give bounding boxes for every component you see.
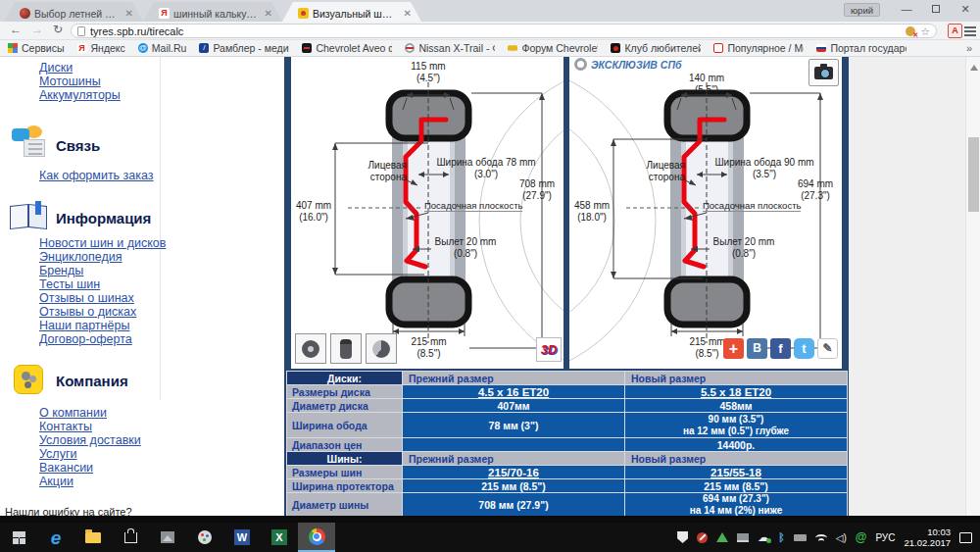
bookmark-rambler[interactable]: /Рамблер - медийный xyxy=(199,42,289,54)
url-text[interactable]: tyres.spb.ru/tirecalc xyxy=(90,25,901,37)
sidebar-item-contacts[interactable]: Контакты xyxy=(39,420,92,433)
scrollbar[interactable] xyxy=(965,57,980,516)
vk-icon[interactable]: В xyxy=(747,338,767,359)
scroll-up-icon[interactable] xyxy=(970,61,978,71)
taskbar-excel[interactable]: X xyxy=(261,523,298,552)
sidebar-item-encyclopedia[interactable]: Энциклопедия xyxy=(39,250,122,264)
sidebar-item-vacancies[interactable]: Вакансии xyxy=(39,461,93,475)
bookmark-nissan-club[interactable]: Клуб любителей Niss xyxy=(611,42,701,54)
wheel-diagram-old: 115 mm(4.5") 407 mm(16.0") 708 mm(27.9")… xyxy=(291,57,564,369)
bookmark-gosuslugi[interactable]: Портал государствен xyxy=(816,42,906,54)
old-disk-size-link[interactable]: 4.5 x 16 ET20 xyxy=(403,385,625,399)
forward-icon[interactable]: → xyxy=(31,23,43,36)
bookmark-chevrolet-forum[interactable]: Форум Chevrolet Ave xyxy=(508,42,598,54)
refresh-icon[interactable]: ↻ xyxy=(53,23,63,36)
taskbar-word[interactable]: W xyxy=(223,523,261,552)
bookmark-yandex[interactable]: ЯЯндекс xyxy=(77,42,125,54)
excel-icon: X xyxy=(271,529,287,545)
sidebar-item-tire-reviews[interactable]: Отзывы о шинах xyxy=(39,291,134,305)
url-box[interactable]: tyres.spb.ru/tirecalc ☆ xyxy=(71,24,937,38)
new-tire-size-link[interactable]: 215/55-18 xyxy=(625,466,848,479)
restore-button[interactable] xyxy=(921,0,951,20)
taskbar-paint[interactable] xyxy=(186,523,223,552)
sidebar-item-how-to-order[interactable]: Как оформить заказ xyxy=(39,169,154,182)
back-icon[interactable]: ← xyxy=(10,23,22,36)
start-button[interactable] xyxy=(0,523,37,552)
taskbar-store[interactable] xyxy=(112,523,149,552)
sidebar-item-akkumulyatory[interactable]: Аккумуляторы xyxy=(39,88,121,102)
view-front-button[interactable] xyxy=(330,333,362,364)
old-tire-size-link[interactable]: 215/70-16 xyxy=(403,466,625,479)
bookmark-popular[interactable]: Популярное / Моско xyxy=(713,42,804,54)
taskbar-chrome-active[interactable] xyxy=(298,523,335,552)
sidebar-item-brands[interactable]: Бренды xyxy=(39,264,83,277)
write-icon[interactable]: ✎ xyxy=(817,338,838,359)
new-disk-size-link[interactable]: 5.5 x 18 ET20 xyxy=(625,385,848,399)
bookmark-mailru[interactable]: @Mail.Ru xyxy=(138,42,187,54)
report-error-link[interactable]: Нашли ошибку на сайте? xyxy=(5,506,132,516)
sidebar-item-diski[interactable]: Диски xyxy=(39,61,73,75)
tab-1[interactable]: Выбор летней резины Т ✕ xyxy=(4,2,143,22)
defender-icon[interactable] xyxy=(677,531,688,543)
adobe-extension-icon[interactable]: A xyxy=(948,24,962,38)
menu-icon[interactable] xyxy=(964,26,976,28)
sidebar-item-news[interactable]: Новости шин и дисков xyxy=(39,236,166,250)
taskbar-photos[interactable] xyxy=(149,523,186,552)
bookmark-nissan-xtrail[interactable]: Nissan X-Trail - Фору xyxy=(405,42,495,54)
tab-3-active[interactable]: Визуальный шинный кал ✕ xyxy=(282,2,421,22)
sidebar-item-services[interactable]: Услуги xyxy=(39,447,76,461)
close-button[interactable]: ✕ xyxy=(951,0,980,20)
language-indicator[interactable]: РУС xyxy=(875,532,895,543)
sidebar-item-tire-tests[interactable]: Тесты шин xyxy=(39,277,100,291)
twitter-icon[interactable]: t xyxy=(794,338,814,359)
display-icon[interactable] xyxy=(737,533,749,542)
contact-icon xyxy=(12,125,53,163)
minimize-button[interactable]: — xyxy=(892,0,921,20)
sidebar-item-about[interactable]: О компании xyxy=(39,406,107,420)
tab-2-close-icon[interactable]: ✕ xyxy=(263,8,274,19)
agent-icon[interactable]: @ xyxy=(856,530,867,544)
taskbar-edge[interactable]: e xyxy=(37,523,74,552)
bookmark-chevrolet-aveo[interactable]: Chevrolet Aveo фору xyxy=(302,42,392,54)
new-tire-diameter-cell: 694 мм (27.3")на 14 мм (2%) ниже xyxy=(625,493,848,517)
tab-2[interactable]: Я шинный калькулятор 3d ✕ xyxy=(143,2,282,22)
sidebar-item-partners[interactable]: Наши партнёры xyxy=(39,319,129,332)
profile-name-badge[interactable]: юрий xyxy=(844,3,880,17)
sidebar-item-promotions[interactable]: Акции xyxy=(39,475,74,488)
bookmark-services[interactable]: Сервисы xyxy=(8,42,65,54)
tab-1-close-icon[interactable]: ✕ xyxy=(123,8,135,19)
view-3d-button[interactable]: 3D xyxy=(536,337,562,362)
facebook-icon[interactable]: f xyxy=(770,338,791,359)
gdrive-icon[interactable] xyxy=(716,532,728,542)
device-icon[interactable] xyxy=(794,534,807,541)
view-side-button[interactable] xyxy=(366,333,397,364)
bookmark-star-icon[interactable]: ☆ xyxy=(920,26,930,36)
sidebar-item-delivery[interactable]: Условия доставки xyxy=(39,433,141,447)
taskbar-explorer[interactable] xyxy=(74,523,112,552)
volume-icon[interactable]: ◁) xyxy=(836,532,847,543)
cloud-sync-icon[interactable]: ☁ xyxy=(758,531,769,543)
offset-label-old: Вылет 20 mm(0.8") xyxy=(430,236,501,259)
screenshot-button[interactable] xyxy=(808,59,839,86)
clock[interactable]: 10:03 21.02.2017 xyxy=(904,527,951,548)
sidebar-item-wheel-reviews[interactable]: Отзывы о дисках xyxy=(39,305,136,319)
apps-grid-icon xyxy=(8,43,13,48)
action-center-icon[interactable] xyxy=(959,532,972,543)
exclusive-logo-icon xyxy=(574,58,587,71)
rim-width-label-old: 115 mm(4.5") xyxy=(382,61,474,83)
share-plus-icon[interactable]: + xyxy=(723,338,744,359)
club-icon xyxy=(611,43,620,53)
bookmarks-overflow-icon[interactable]: » xyxy=(966,42,972,54)
address-bar: ← → ↻ tyres.spb.ru/tirecalc ☆ A xyxy=(0,22,980,40)
russian-flag-icon xyxy=(816,44,826,52)
chevrolet-bowtie-icon xyxy=(508,45,517,51)
sidebar-item-motoshiny[interactable]: Мотошины xyxy=(39,75,101,88)
cookie-blocked-icon[interactable] xyxy=(906,26,915,36)
sidebar-item-offer-contract[interactable]: Договор-оферта xyxy=(39,332,132,346)
bluetooth-icon[interactable]: ᛒ xyxy=(778,532,785,543)
scrollbar-thumb[interactable] xyxy=(968,137,979,212)
wifi-icon[interactable] xyxy=(815,534,827,541)
tab-3-close-icon[interactable]: ✕ xyxy=(402,8,414,19)
view-angle-button[interactable] xyxy=(295,333,326,364)
blocked-app-icon[interactable] xyxy=(697,532,708,543)
